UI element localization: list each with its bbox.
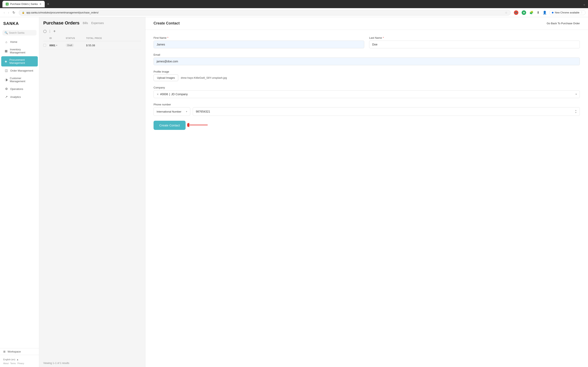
phone-decrement-button[interactable]: ▼ [575,112,577,114]
operations-icon: ⚙ [4,87,8,91]
sidebar-item-workspace[interactable]: ⊞ Workspace [0,349,39,355]
sidebar-item-procurement-label: Procurement Management [9,58,35,64]
company-tag-close-icon[interactable]: ✕ [156,93,159,96]
tab-bills[interactable]: Bills [83,21,88,25]
phone-field: Phone number International Number ▾ 9876… [154,103,580,116]
sidebar-footer: English (en) ▲ About Terms Privacy [0,355,39,367]
purchase-orders-panel: Purchase Orders Bills Expenses ⋮ + ID ST… [39,17,145,367]
lock-icon: 🔒 [22,11,25,14]
phone-number-container: 987654321 ▲ ▼ [193,107,580,116]
sidebar-search: 🔍 Search Sanka [0,30,39,38]
upload-filename: drew-hays-Kt8eGw8_S8Y-unsplash.jpg [181,76,227,79]
extensions-button[interactable]: 🎮 [513,9,519,16]
chrome-notification[interactable]: New Chrome available ⋮ [549,10,586,15]
phone-country-label: International Number [156,110,181,113]
reload-button[interactable]: ↻ [11,10,16,15]
last-name-input[interactable] [369,41,580,48]
row-price: $ 55.08 [86,44,107,47]
table-header: ID STATUS TOTAL PRICE [43,35,141,41]
back-button[interactable]: ‹ [2,10,6,15]
tab-expenses[interactable]: Expenses [91,21,104,25]
phone-increment-button[interactable]: ▲ [575,109,577,111]
forward-button[interactable]: › [7,10,10,15]
terms-link[interactable]: Terms [10,362,16,365]
sidebar-item-customer-label: Customer Management [10,77,35,83]
submit-row: Create Contact [154,121,580,130]
sidebar-item-procurement[interactable]: ◈ Procurement Management [1,56,38,67]
search-box[interactable]: 🔍 Search Sanka [2,30,36,35]
workspace-label: Workspace [8,350,21,353]
profile-button[interactable]: M [521,9,527,16]
bookmark-star-icon[interactable]: ☆ [505,11,508,14]
tab-close-button[interactable]: ✕ [39,3,42,6]
sidebar-item-operations[interactable]: ⚙ Operations [1,85,38,93]
language-label: English (en) [3,358,15,361]
add-button[interactable]: + [53,29,56,34]
email-field: Email [154,53,580,65]
phone-country-chevron-icon: ▾ [186,110,187,113]
company-select[interactable]: ✕ #0006 | JD Company ▾ [154,90,580,98]
dots-menu-button[interactable]: ⋮ [48,29,52,33]
table-row[interactable]: 0001 ▾ Draft $ 55.08 [43,41,141,50]
company-tag: ✕ #0006 | JD Company [156,92,188,96]
radio-button[interactable] [43,30,47,33]
last-name-label: Last Name * [369,36,580,39]
procurement-icon: ◈ [4,59,7,63]
customer-icon: ◑ [4,78,8,82]
first-name-label: First Name * [154,36,364,39]
extensions-puzzle-button[interactable]: 🧩 [528,10,534,15]
account-button[interactable]: 👤 [542,10,548,15]
back-to-purchase-order-link[interactable]: Go Back To Purchase Order [547,22,580,25]
first-name-input[interactable] [154,41,364,48]
phone-number-value[interactable]: 987654321 [196,110,575,113]
profile-image-label: Profile Image [154,70,580,73]
nav-arrows: ‹ › ↻ [2,10,16,15]
upload-row: Upload Images drew-hays-Kt8eGw8_S8Y-unsp… [154,75,580,81]
profile-image-field: Profile Image Upload Images drew-hays-Kt… [154,70,580,81]
sidebar-logo: SANKA [0,17,39,30]
table-container: ID STATUS TOTAL PRICE 0001 ▾ Draft $ 55.… [39,35,145,359]
sidebar-item-analytics-label: Analytics [10,95,21,99]
workspace-icon: ⊞ [3,350,6,353]
sidebar-item-operations-label: Operations [10,87,23,91]
order-icon: ◫ [4,69,8,72]
panel-content: First Name * Last Name * [145,30,588,136]
panel-title: Create Contact [154,21,180,25]
sidebar-item-customer[interactable]: ◑ Customer Management [1,75,38,85]
company-separator: | [169,92,170,96]
email-input[interactable] [154,58,580,65]
status-badge: Draft [66,44,74,47]
new-tab-button[interactable]: + [47,2,49,6]
browser-tab[interactable]: S Purchase Orders | Sanka ✕ [2,1,45,7]
panel-header: Create Contact Go Back To Purchase Order [145,17,588,30]
email-label: Email [154,53,580,56]
analytics-icon: ↗ [4,95,8,99]
create-contact-button[interactable]: Create Contact [154,121,186,130]
privacy-link[interactable]: Privacy [17,362,24,365]
phone-spinners: ▲ ▼ [575,109,577,114]
sidebar-item-order[interactable]: ◫ Order Management [1,67,38,75]
phone-row: International Number ▾ 987654321 ▲ ▼ [154,107,580,116]
nav-actions: 🎮 M 🧩 ⬇ 👤 New Chrome available ⋮ [513,9,586,16]
company-name: JD Company [171,92,188,96]
col-id: ID [49,37,66,39]
row-checkbox[interactable] [43,44,46,47]
sidebar-item-analytics[interactable]: ↗ Analytics [1,93,38,101]
chrome-notification-text: New Chrome available [555,11,579,14]
search-icon: 🔍 [4,31,8,34]
create-contact-panel: Create Contact Go Back To Purchase Order… [145,17,588,367]
search-placeholder: Search Sanka [9,31,24,34]
about-link[interactable]: About [3,362,9,365]
language-selector[interactable]: English (en) ▲ [3,358,36,361]
sidebar-item-inventory[interactable]: ▦ Inventory Management [1,46,38,56]
sidebar-item-home[interactable]: ⌂ Home [1,38,38,46]
upload-images-button[interactable]: Upload Images [154,75,178,81]
address-bar[interactable]: 🔒 app.sanka.io/modules/procurementmanage… [19,10,511,16]
col-status: STATUS [66,37,86,39]
first-name-field: First Name * [154,36,364,48]
list-header: Purchase Orders Bills Expenses [39,17,145,27]
download-button[interactable]: ⬇ [536,10,540,15]
company-selected: ✕ #0006 | JD Company [156,92,188,96]
main-area: Purchase Orders Bills Expenses ⋮ + ID ST… [39,17,588,367]
phone-country-selector[interactable]: International Number ▾ [154,107,190,116]
